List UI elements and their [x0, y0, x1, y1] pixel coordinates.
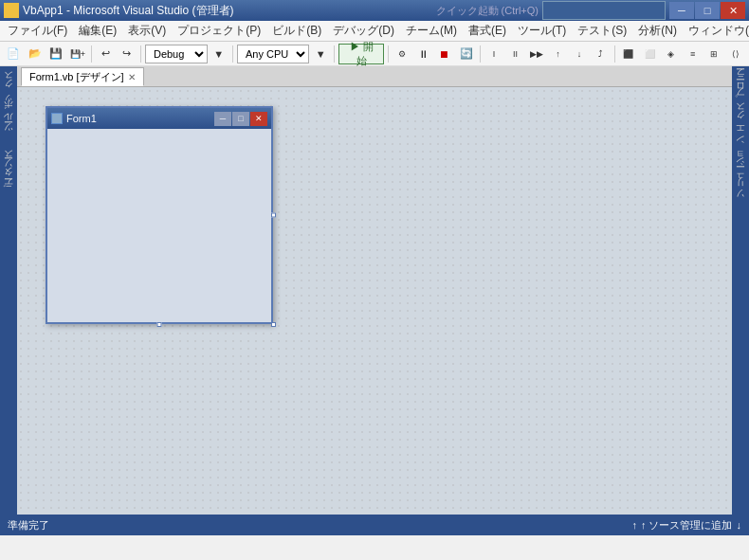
form-body[interactable] — [47, 129, 271, 322]
tab-form1-design[interactable]: Form1.vb [デザイン] ✕ — [21, 67, 144, 86]
sidebar-toolbox[interactable]: ツールボックス — [0, 70, 17, 141]
title-text: VbApp1 - Microsoft Visual Studio (管理者) — [23, 3, 234, 19]
toolbar-sep7 — [614, 45, 615, 63]
form-maximize-btn[interactable]: □ — [232, 112, 249, 126]
tb-t5[interactable]: ↓ — [570, 44, 590, 64]
tb-undo[interactable]: ↩ — [96, 44, 116, 64]
tb-t3[interactable]: ▶▶ — [527, 44, 547, 64]
tb-stop[interactable]: ⏹ — [435, 44, 455, 64]
title-bar-left: ▶ VbApp1 - Microsoft Visual Studio (管理者) — [4, 3, 234, 19]
form-title-label: Form1 — [66, 113, 97, 124]
status-right: ↑ ↑ ソース管理に追加 ↓ — [631, 518, 741, 533]
menu-tools[interactable]: ツール(T) — [512, 21, 572, 41]
menu-window[interactable]: ウィンドウ(W) — [683, 21, 749, 41]
toolbar-sep2 — [140, 45, 141, 63]
form-controls: ─ □ ✕ — [214, 112, 267, 126]
tb-b6[interactable]: ⟨⟩ — [725, 44, 745, 64]
form-close-btn[interactable]: ✕ — [250, 112, 267, 126]
toolbar-sep6 — [480, 45, 481, 63]
tab-label: Form1.vb [デザイン] — [29, 70, 124, 84]
tb-b3[interactable]: ◈ — [662, 44, 682, 64]
tb-pause[interactable]: ⏸ — [413, 44, 433, 64]
form-icon — [51, 113, 63, 124]
config-dropdown[interactable]: Debug — [145, 45, 208, 63]
tb-new[interactable]: 📄 — [4, 44, 24, 64]
handle-bottom-center[interactable] — [157, 322, 162, 327]
form-window[interactable]: Form1 ─ □ ✕ — [46, 106, 273, 324]
form-minimize-btn[interactable]: ─ — [214, 112, 231, 126]
form-preview: Form1 ─ □ ✕ — [46, 106, 273, 324]
platform-dropdown[interactable]: Any CPU — [237, 45, 309, 63]
form-title-bar: Form1 ─ □ ✕ — [47, 108, 271, 129]
tb-attach[interactable]: ⚙ — [393, 44, 412, 64]
menu-edit[interactable]: 編集(E) — [73, 21, 122, 41]
quick-launch-input[interactable] — [542, 1, 666, 20]
tab-close-icon[interactable]: ✕ — [128, 72, 136, 82]
tb-saveall[interactable]: 💾+ — [68, 44, 88, 64]
menu-file[interactable]: ファイル(F) — [2, 21, 73, 41]
main-area: ツールボックス データソース Form1.vb [デザイン] ✕ Form1 — [0, 66, 749, 515]
sidebar-datasource[interactable]: データソース — [0, 149, 17, 198]
title-right: クイック起動 (Ctrl+Q) ─ □ ✕ — [436, 1, 745, 20]
menu-format[interactable]: 書式(E) — [463, 21, 512, 41]
close-button[interactable]: ✕ — [721, 2, 745, 19]
left-sidebar: ツールボックス データソース — [0, 66, 17, 515]
right-sidebar: ソリューション エクスプローラー — [732, 66, 749, 515]
start-button[interactable]: ▶ 開始 — [338, 44, 383, 64]
sidebar-solution-explorer[interactable]: ソリューション エクスプローラー — [732, 70, 749, 208]
handle-right-center[interactable] — [271, 213, 276, 218]
toolbar-sep5 — [388, 45, 389, 63]
tb-b2[interactable]: ⬜ — [640, 44, 660, 64]
tb-b4[interactable]: ≡ — [683, 44, 703, 64]
tb-t6[interactable]: ⤴ — [591, 44, 611, 64]
maximize-button[interactable]: □ — [695, 2, 720, 19]
tb-save[interactable]: 💾 — [46, 44, 66, 64]
tb-open[interactable]: 📂 — [26, 44, 46, 64]
tb-t4[interactable]: ↑ — [548, 44, 568, 64]
tb-t1[interactable]: I — [484, 44, 504, 64]
handle-bottom-right[interactable] — [271, 322, 276, 327]
menu-analyze[interactable]: 分析(N) — [632, 21, 683, 41]
toolbar-sep4 — [334, 45, 335, 63]
status-bar: 準備完了 ↑ ↑ ソース管理に追加 ↓ — [0, 515, 749, 535]
platform-dropdown-btn[interactable]: ▼ — [311, 44, 331, 64]
menu-view[interactable]: 表示(V) — [122, 21, 172, 41]
quick-launch-label: クイック起動 (Ctrl+Q) — [436, 4, 539, 18]
tb-restart[interactable]: 🔄 — [456, 44, 476, 64]
app-icon: ▶ — [4, 3, 19, 18]
tb-b5[interactable]: ⊞ — [704, 44, 724, 64]
content-area: Form1.vb [デザイン] ✕ Form1 ─ □ — [17, 66, 732, 515]
toolbar-sep3 — [232, 45, 233, 63]
designer-area[interactable]: Form1 ─ □ ✕ — [17, 87, 732, 515]
menu-project[interactable]: プロジェクト(P) — [172, 21, 266, 41]
menu-team[interactable]: チーム(M) — [400, 21, 463, 41]
minimize-button[interactable]: ─ — [669, 2, 694, 19]
status-arrow-up[interactable]: ↑ — [631, 519, 637, 531]
toolbar-sep1 — [91, 45, 92, 63]
menu-build[interactable]: ビルド(B) — [266, 21, 327, 41]
tab-bar: Form1.vb [デザイン] ✕ — [17, 66, 732, 87]
tb-b1[interactable]: ⬛ — [619, 44, 639, 64]
tb-t2[interactable]: II — [505, 44, 525, 64]
status-arrow-down[interactable]: ↓ — [737, 519, 742, 531]
menu-debug[interactable]: デバッグ(D) — [327, 21, 400, 41]
config-dropdown-btn[interactable]: ▼ — [210, 44, 229, 64]
title-bar: ▶ VbApp1 - Microsoft Visual Studio (管理者)… — [0, 0, 749, 21]
status-ready: 準備完了 — [8, 518, 49, 533]
tb-redo[interactable]: ↪ — [118, 44, 137, 64]
form-title-left: Form1 — [51, 113, 97, 124]
status-source-control[interactable]: ↑ ソース管理に追加 — [641, 518, 733, 533]
title-controls: ─ □ ✕ — [669, 2, 745, 19]
toolbar1: 📄 📂 💾 💾+ ↩ ↪ Debug ▼ Any CPU ▼ ▶ 開始 ⚙ ⏸ … — [0, 42, 749, 66]
menu-test[interactable]: テスト(S) — [572, 21, 632, 41]
